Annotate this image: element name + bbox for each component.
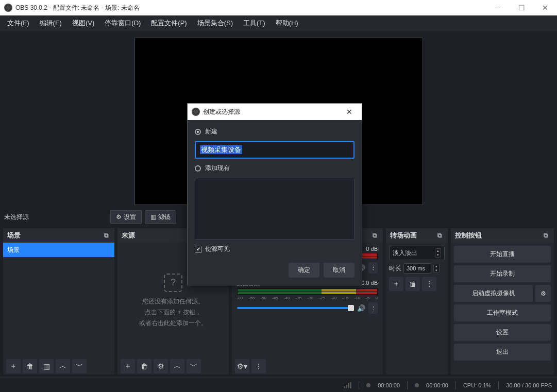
detach-icon[interactable]: ⧉ bbox=[370, 231, 379, 240]
dialog-title: 创建或选择源 bbox=[203, 108, 341, 116]
checkbox-icon: ✔ bbox=[195, 246, 202, 253]
live-timer: 00:00:00 bbox=[378, 382, 400, 388]
radio-icon bbox=[195, 129, 201, 135]
exit-button[interactable]: 退出 bbox=[454, 344, 551, 361]
transitions-panel: 转场动画 ⧉ 淡入淡出 ▴▾ 时长 ▴▾ ＋ 🗑 ⋮ bbox=[386, 228, 448, 374]
studio-mode-button[interactable]: 工作室模式 bbox=[454, 304, 551, 321]
detach-icon[interactable]: ⧉ bbox=[435, 231, 444, 240]
audio-meter bbox=[237, 288, 378, 295]
move-scene-up-button[interactable]: ︿ bbox=[56, 359, 70, 373]
volume-slider[interactable] bbox=[237, 307, 354, 309]
live-indicator-icon bbox=[366, 383, 370, 387]
mixer-settings-button[interactable]: ⚙▾ bbox=[235, 359, 249, 373]
window-titlebar: OBS 30.0.2 - 配置文件: 未命名 - 场景: 未命名 ─ ☐ ✕ bbox=[0, 0, 557, 15]
add-existing-radio[interactable]: 添加现有 bbox=[195, 164, 355, 173]
speaker-icon[interactable]: 🔊 bbox=[357, 304, 365, 312]
gear-icon: ⚙ bbox=[116, 213, 122, 220]
virtualcam-settings-button[interactable]: ⚙ bbox=[535, 285, 551, 302]
ok-button[interactable]: 确定 bbox=[289, 263, 319, 278]
add-transition-button[interactable]: ＋ bbox=[389, 277, 403, 291]
detach-icon[interactable]: ⧉ bbox=[102, 231, 110, 240]
cancel-button[interactable]: 取消 bbox=[324, 263, 355, 278]
source-properties-button[interactable]: ⚙ bbox=[154, 359, 168, 373]
transitions-title: 转场动画 bbox=[390, 231, 417, 240]
menu-edit[interactable]: 编辑(E) bbox=[36, 16, 66, 30]
move-source-down-button[interactable]: ﹀ bbox=[187, 359, 201, 373]
remove-source-button[interactable]: 🗑 bbox=[137, 359, 151, 373]
channel-menu-button[interactable]: ⋮ bbox=[368, 302, 378, 314]
meter-ticks: -60-55-50-45-40-35-30-25-20-15-10-50 bbox=[237, 296, 378, 300]
transition-select[interactable]: 淡入淡出 ▴▾ bbox=[389, 246, 445, 260]
start-streaming-button[interactable]: 开始直播 bbox=[454, 246, 551, 263]
menu-docks[interactable]: 停靠窗口(D) bbox=[100, 16, 145, 30]
no-source-label: 未选择源 bbox=[4, 213, 107, 221]
scene-item[interactable]: 场景 bbox=[3, 243, 114, 257]
create-new-radio[interactable]: 新建 bbox=[195, 127, 355, 136]
source-filters-button[interactable]: ▥ 滤镜 bbox=[145, 210, 176, 224]
menu-file[interactable]: 文件(F) bbox=[3, 16, 33, 30]
scenes-title: 场景 bbox=[7, 231, 21, 240]
move-source-up-button[interactable]: ︿ bbox=[170, 359, 184, 373]
obs-logo-icon bbox=[192, 108, 200, 116]
duration-input[interactable] bbox=[403, 263, 431, 274]
channel-menu-button[interactable]: ⋮ bbox=[368, 262, 378, 274]
duration-stepper[interactable]: ▴▾ bbox=[433, 264, 440, 273]
detach-icon[interactable]: ⧉ bbox=[542, 231, 550, 240]
start-recording-button[interactable]: 开始录制 bbox=[454, 265, 551, 282]
close-button[interactable]: ✕ bbox=[533, 0, 557, 15]
source-settings-button[interactable]: ⚙ 设置 bbox=[110, 210, 142, 224]
channel-level: 0.0 dB bbox=[361, 280, 378, 287]
menu-tools[interactable]: 工具(T) bbox=[239, 16, 269, 30]
dialog-close-button[interactable]: ✕ bbox=[341, 108, 358, 116]
add-scene-button[interactable]: ＋ bbox=[6, 359, 21, 373]
menu-view[interactable]: 视图(V) bbox=[68, 16, 98, 30]
transition-menu-button[interactable]: ⋮ bbox=[422, 277, 436, 291]
menu-scene-collection[interactable]: 场景集合(S) bbox=[193, 16, 237, 30]
mixer-menu-button[interactable]: ⋮ bbox=[251, 359, 266, 373]
menu-bar: 文件(F) 编辑(E) 视图(V) 停靠窗口(D) 配置文件(P) 场景集合(S… bbox=[0, 15, 557, 31]
existing-sources-list[interactable] bbox=[195, 178, 355, 240]
duration-label: 时长 bbox=[389, 264, 401, 273]
scenes-panel: 场景 ⧉ 场景 ＋ 🗑 ▥ ︿ ﹀ bbox=[3, 228, 114, 374]
menu-help[interactable]: 帮助(H) bbox=[272, 16, 302, 30]
rec-indicator-icon bbox=[415, 383, 419, 387]
cpu-usage: CPU: 0.1% bbox=[463, 382, 491, 388]
maximize-button[interactable]: ☐ bbox=[510, 0, 533, 15]
fps-counter: 30.00 / 30.00 FPS bbox=[506, 382, 552, 388]
obs-logo-icon bbox=[4, 4, 12, 12]
sources-title: 来源 bbox=[122, 231, 135, 240]
network-icon bbox=[344, 382, 351, 388]
window-title: OBS 30.0.2 - 配置文件: 未命名 - 场景: 未命名 bbox=[15, 4, 486, 12]
start-virtualcam-button[interactable]: 启动虚拟摄像机 bbox=[454, 285, 533, 302]
settings-button[interactable]: 设置 bbox=[454, 324, 551, 341]
make-visible-checkbox[interactable]: ✔ 使源可见 bbox=[195, 245, 355, 253]
scene-filters-button[interactable]: ▥ bbox=[39, 359, 54, 373]
controls-panel: 控制按钮 ⧉ 开始直播 开始录制 启动虚拟摄像机 ⚙ 工作室模式 设置 退出 bbox=[451, 228, 554, 374]
move-scene-down-button[interactable]: ﹀ bbox=[72, 359, 87, 373]
radio-icon bbox=[195, 165, 201, 172]
source-name-input[interactable]: 视频采集设备 bbox=[195, 141, 355, 159]
create-source-dialog: 创建或选择源 ✕ 新建 视频采集设备 添加现有 ✔ 使源可见 确定 取消 bbox=[187, 103, 362, 285]
controls-title: 控制按钮 bbox=[455, 231, 482, 240]
remove-transition-button[interactable]: 🗑 bbox=[406, 277, 420, 291]
minimize-button[interactable]: ─ bbox=[486, 0, 510, 15]
add-source-button[interactable]: ＋ bbox=[121, 359, 135, 373]
remove-scene-button[interactable]: 🗑 bbox=[23, 359, 37, 373]
status-bar: 00:00:00 00:00:00 CPU: 0.1% 30.00 / 30.0… bbox=[0, 378, 557, 392]
question-icon: ? bbox=[164, 274, 182, 292]
menu-profile[interactable]: 配置文件(P) bbox=[147, 16, 191, 30]
rec-timer: 00:00:00 bbox=[426, 382, 448, 388]
filter-icon: ▥ bbox=[150, 213, 156, 220]
